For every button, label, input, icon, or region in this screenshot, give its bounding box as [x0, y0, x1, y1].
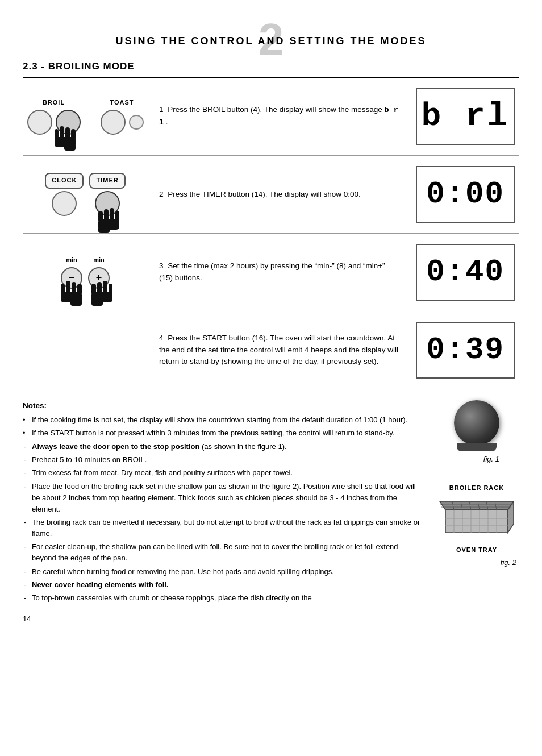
svg-rect-23	[91, 299, 103, 306]
min-plus-label: min	[93, 256, 105, 264]
toast-circle-1[interactable]	[101, 110, 126, 135]
hand-icon-1	[53, 124, 81, 153]
note-dash-3: Trim excess fat from meat. Dry meat, fis…	[23, 467, 423, 479]
oven-tray-svg	[437, 493, 516, 544]
toast-button-col: TOAST	[101, 98, 144, 134]
step-1-code: b r l	[159, 106, 398, 127]
figure-1: fig. 1	[454, 400, 499, 465]
step-1-icon: BROIL	[23, 98, 148, 134]
lcd-4: 0:39	[416, 322, 515, 379]
step-3-display: 0:40	[411, 244, 519, 301]
step-1-row: BROIL	[23, 78, 519, 156]
note-bullet-1: If the cooking time is not set, the disp…	[23, 414, 423, 426]
clock-circle[interactable]	[52, 191, 77, 216]
oven-tray-caption: OVEN TRAY	[456, 545, 497, 555]
step-3-text: 3 Set the time (max 2 hours) by pressing…	[159, 260, 400, 284]
step-2-icon: CLOCK TIMER	[23, 173, 148, 215]
note-bullet-2: If the START button is not pressed withi…	[23, 427, 423, 439]
timer-button[interactable]: TIMER	[89, 173, 125, 188]
svg-marker-25	[445, 510, 508, 533]
svg-marker-24	[440, 501, 514, 510]
fig2-label: fig. 2	[501, 557, 516, 568]
step-4-display: 0:39	[411, 322, 519, 379]
broiler-ball-img	[454, 400, 499, 446]
figures-area: fig. 1 BROILER RACK	[434, 400, 519, 605]
hand-icon-2	[94, 207, 122, 235]
bottom-section: Notes: If the cooking time is not set, t…	[23, 400, 519, 605]
hand-icon-3-left	[58, 280, 86, 308]
step-1-text: 1 Press the BROIL button (4). The displa…	[159, 104, 400, 129]
notes-section: Notes: If the cooking time is not set, t…	[23, 400, 519, 605]
step-2-row: CLOCK TIMER	[23, 156, 519, 234]
note-dash-5: The broiling rack can be inverted if nec…	[23, 517, 423, 539]
step-1-display: b rl	[411, 88, 519, 145]
note-dash-8: Never cover heating elements with foil.	[23, 579, 423, 591]
svg-rect-17	[70, 299, 82, 306]
step-4-row: 4 Press the START button (16). The oven …	[23, 311, 519, 389]
note-dash-9: To top-brown casseroles with crumb or ch…	[23, 592, 423, 604]
clock-button[interactable]: CLOCK	[45, 173, 84, 188]
svg-rect-11	[98, 226, 110, 233]
fig1-label: fig. 1	[483, 454, 499, 465]
note-dash-6: For easier clean-up, the shallow pan can…	[23, 541, 423, 564]
broil-button-col: BROIL	[27, 98, 81, 134]
notes-text: Notes: If the cooking time is not set, t…	[23, 400, 423, 605]
hand-icon-3-right	[87, 280, 115, 308]
note-dash-1: Always leave the door open to the stop p…	[23, 441, 423, 452]
step-2-text: 2 Press the TIMER button (14). The displ…	[159, 189, 400, 201]
page-header: 2 USING THE CONTROL AND SETTING THE MODE…	[23, 17, 519, 48]
min-minus-label: min	[66, 256, 77, 264]
step-4-text: 4 Press the START button (16). The oven …	[159, 333, 400, 368]
note-dash-7: Be careful when turning food or removing…	[23, 566, 423, 578]
figure-2: BROILER RACK	[437, 482, 516, 568]
svg-rect-5	[64, 144, 76, 151]
lcd-3: 0:40	[416, 244, 515, 301]
step-3-row: min −	[23, 234, 519, 311]
toast-circle-2[interactable]	[129, 115, 144, 130]
note-dash-2: Preheat 5 to 10 minutes on BROIL.	[23, 454, 423, 466]
notes-bullets: If the cooking time is not set, the disp…	[23, 414, 423, 439]
broil-circle[interactable]	[27, 110, 52, 135]
broiler-ball-base	[457, 443, 497, 451]
lcd-1: b rl	[416, 88, 515, 145]
header-title: USING THE CONTROL AND SETTING THE MODES	[23, 34, 519, 48]
lcd-2: 0:00	[416, 166, 515, 223]
broiler-rack-caption: BROILER RACK	[449, 483, 504, 493]
note-dash-4: Place the food on the broiling rack set …	[23, 481, 423, 515]
broil-toast-buttons: BROIL	[23, 98, 148, 134]
step-2-display: 0:00	[411, 166, 519, 223]
notes-dashes: Always leave the door open to the stop p…	[23, 441, 423, 604]
step-3-icon: min −	[23, 256, 148, 288]
page-number: 14	[23, 614, 519, 624]
